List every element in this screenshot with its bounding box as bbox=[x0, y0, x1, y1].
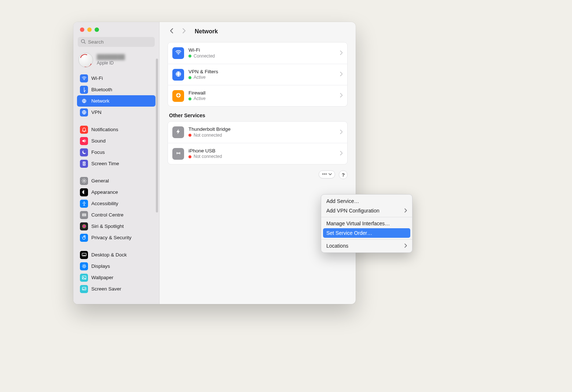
svg-point-22 bbox=[322, 173, 323, 174]
sidebar-item-appearance[interactable]: Appearance bbox=[77, 186, 155, 198]
sidebar-item-label: Focus bbox=[91, 149, 105, 155]
page-title: Network bbox=[195, 28, 218, 35]
service-row-wi-fi[interactable]: Wi-FiConnected bbox=[168, 42, 347, 64]
nav-back-button[interactable] bbox=[168, 27, 176, 36]
service-status: Not connected bbox=[188, 154, 336, 159]
chevron-right-icon bbox=[340, 130, 343, 135]
service-title: iPhone USB bbox=[188, 148, 336, 154]
menu-item-label: Manage Virtual Interfaces… bbox=[326, 221, 390, 226]
minimize-button[interactable] bbox=[87, 27, 92, 32]
service-row-iphone-usb[interactable]: iPhone USBNot connected bbox=[168, 143, 347, 164]
sidebar-item-wi-fi[interactable]: Wi-Fi bbox=[77, 73, 155, 84]
menu-item-manage-virtual-interfaces-[interactable]: Manage Virtual Interfaces… bbox=[321, 219, 412, 228]
svg-point-23 bbox=[324, 173, 325, 174]
menu-item-set-service-order-[interactable]: Set Service Order… bbox=[323, 228, 410, 238]
service-row-thunderbolt-bridge[interactable]: Thunderbolt BridgeNot connected bbox=[168, 122, 347, 143]
maximize-button[interactable] bbox=[95, 27, 99, 32]
sidebar-item-label: Control Centre bbox=[91, 212, 124, 218]
apple-id-row[interactable]: ████████ Apple ID bbox=[73, 51, 159, 73]
status-dot-icon bbox=[188, 134, 191, 137]
search-field[interactable] bbox=[78, 37, 155, 47]
menu-item-add-service-[interactable]: Add Service… bbox=[321, 196, 412, 206]
apple-id-name: ████████ bbox=[97, 54, 125, 60]
service-title: Thunderbolt Bridge bbox=[188, 126, 336, 133]
search-input[interactable] bbox=[88, 39, 152, 45]
siri-icon bbox=[80, 222, 88, 230]
svg-point-6 bbox=[83, 180, 85, 182]
menu-item-add-vpn-configuration[interactable]: Add VPN Configuration bbox=[321, 206, 412, 215]
sidebar-item-siri-spotlight[interactable]: Siri & Spotlight bbox=[77, 221, 155, 232]
sidebar-item-general[interactable]: General bbox=[77, 175, 155, 186]
sidebar-item-label: Accessibility bbox=[91, 201, 118, 206]
sidebar-item-label: Network bbox=[91, 98, 110, 104]
close-button[interactable] bbox=[80, 27, 84, 32]
service-row-vpn-filters[interactable]: VPN & FiltersActive bbox=[168, 64, 347, 85]
sidebar-item-label: Appearance bbox=[91, 189, 118, 195]
sidebar-item-control-centre[interactable]: Control Centre bbox=[77, 209, 155, 221]
sidebar-item-vpn[interactable]: VPN bbox=[77, 107, 155, 118]
sidebar-item-screen-time[interactable]: Screen Time bbox=[77, 158, 155, 169]
other-services-title: Other Services bbox=[169, 112, 346, 118]
sidebar-item-desktop-dock[interactable]: Desktop & Dock bbox=[77, 249, 155, 260]
primary-services-card: Wi-FiConnectedVPN & FiltersActiveFirewal… bbox=[168, 42, 348, 107]
sidebar-item-notifications[interactable]: Notifications bbox=[77, 124, 155, 135]
cc-icon bbox=[80, 211, 88, 219]
status-dot-icon bbox=[188, 97, 191, 100]
sidebar-item-focus[interactable]: Focus bbox=[77, 147, 155, 158]
menu-item-label: Add Service… bbox=[326, 198, 359, 204]
header: Network bbox=[160, 22, 356, 39]
status-dot-icon bbox=[188, 155, 191, 158]
svg-rect-13 bbox=[82, 255, 85, 256]
apple-id-sub: Apple ID bbox=[97, 60, 125, 66]
sidebar-item-screen-saver[interactable]: Screen Saver bbox=[77, 283, 155, 295]
svg-point-8 bbox=[83, 201, 84, 203]
sidebar-item-label: Bluetooth bbox=[91, 87, 112, 92]
window-controls bbox=[73, 22, 159, 36]
svg-point-18 bbox=[178, 54, 179, 55]
sidebar-item-displays[interactable]: Displays bbox=[77, 260, 155, 272]
sidebar-item-label: Sound bbox=[91, 138, 106, 144]
sidebar-item-wallpaper[interactable]: Wallpaper bbox=[77, 272, 155, 283]
sidebar-item-label: Privacy & Security bbox=[91, 235, 132, 240]
service-status: Active bbox=[188, 96, 336, 101]
acc-icon bbox=[80, 200, 88, 208]
sidebar-item-accessibility[interactable]: Accessibility bbox=[77, 198, 155, 209]
sidebar-item-bluetooth[interactable]: Bluetooth bbox=[77, 84, 155, 95]
moon-icon bbox=[80, 148, 88, 156]
more-menu-button[interactable] bbox=[319, 170, 335, 178]
globe-icon bbox=[80, 108, 88, 117]
sidebar-item-label: Notifications bbox=[91, 127, 118, 132]
usb-icon bbox=[172, 148, 184, 160]
svg-point-2 bbox=[84, 79, 84, 80]
svg-point-14 bbox=[83, 265, 85, 267]
ellipsis-icon bbox=[322, 171, 327, 178]
bolt-icon bbox=[172, 126, 184, 138]
help-button[interactable]: ? bbox=[339, 170, 348, 179]
chevron-right-icon bbox=[340, 93, 343, 99]
chevron-right-icon bbox=[404, 243, 407, 249]
sidebar-scrollbar[interactable] bbox=[156, 59, 158, 212]
service-status: Not connected bbox=[188, 133, 336, 138]
sidebar-item-label: Displays bbox=[91, 263, 110, 269]
help-icon: ? bbox=[342, 172, 345, 178]
sidebar-item-network[interactable]: Network bbox=[77, 95, 155, 107]
main-panel: Network Wi-FiConnectedVPN & FiltersActiv… bbox=[160, 22, 356, 304]
menu-separator bbox=[321, 239, 412, 240]
service-row-firewall[interactable]: FirewallActive bbox=[168, 85, 347, 106]
menu-item-label: Locations bbox=[326, 243, 348, 249]
nav-forward-button[interactable] bbox=[180, 27, 188, 36]
sidebar-item-label: Screen Saver bbox=[91, 286, 121, 292]
sidebar-item-privacy-security[interactable]: Privacy & Security bbox=[77, 232, 155, 243]
svg-point-11 bbox=[82, 224, 86, 228]
wifi-icon bbox=[80, 74, 88, 82]
sidebar-item-label: VPN bbox=[91, 110, 102, 115]
service-title: Firewall bbox=[188, 90, 336, 96]
svg-rect-9 bbox=[82, 214, 86, 215]
sidebar-item-sound[interactable]: Sound bbox=[77, 135, 155, 147]
sidebar-list: Wi-FiBluetoothNetworkVPNNotificationsSou… bbox=[73, 73, 159, 304]
svg-line-1 bbox=[84, 42, 86, 44]
svg-rect-10 bbox=[82, 215, 86, 216]
hand-icon bbox=[80, 234, 88, 242]
status-dot-icon bbox=[188, 55, 191, 58]
menu-item-locations[interactable]: Locations bbox=[321, 241, 412, 251]
